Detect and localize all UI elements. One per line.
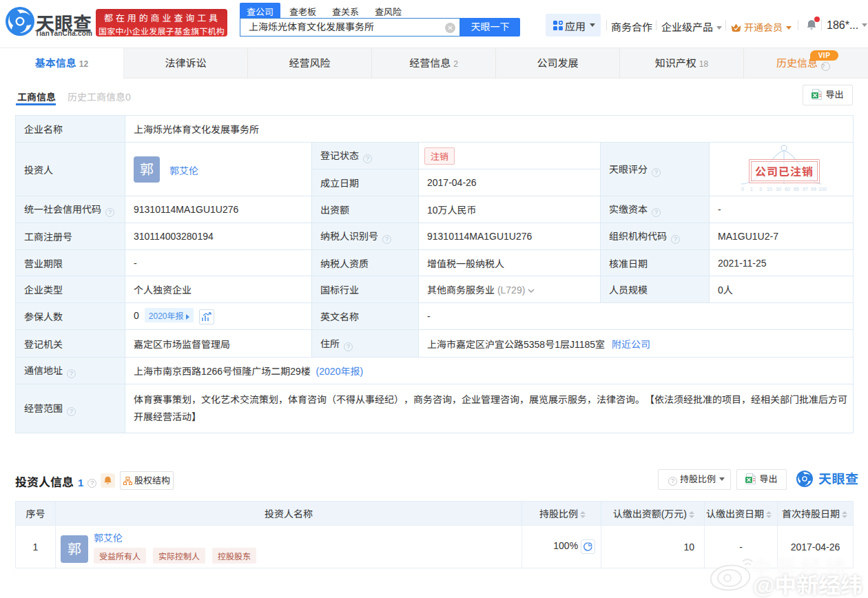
svg-text:60: 60 [785,187,790,192]
svg-text:100: 100 [818,187,827,192]
svg-text:10: 10 [767,187,772,192]
svg-text:30: 30 [776,187,781,192]
svg-text:0: 0 [741,187,744,192]
svg-text:3: 3 [759,187,762,192]
svg-text:99: 99 [811,187,816,192]
svg-text:97: 97 [803,187,808,192]
svg-text:85: 85 [794,187,799,192]
svg-text:1: 1 [750,187,753,192]
